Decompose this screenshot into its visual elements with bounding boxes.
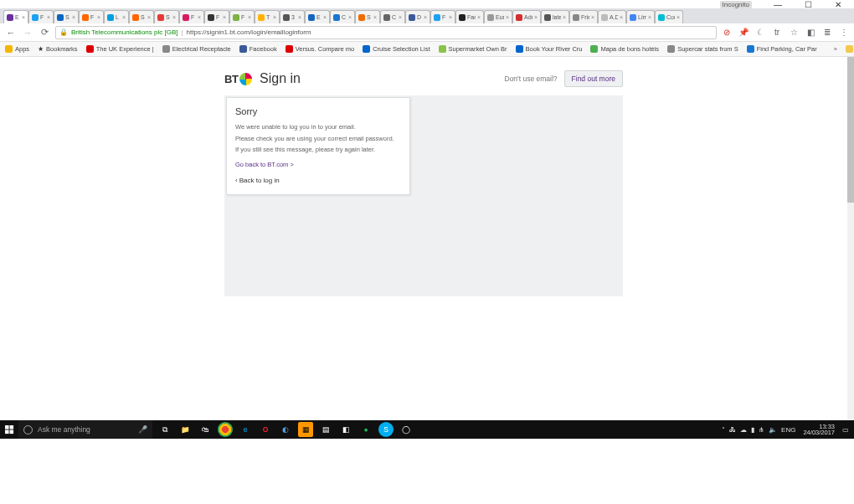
browser-tab[interactable]: F×: [28, 10, 54, 23]
tab-close-button[interactable]: ×: [477, 14, 481, 20]
go-back-link[interactable]: Go back to BT.com >: [235, 161, 294, 168]
browser-tab[interactable]: 3×: [280, 10, 305, 23]
tab-close-button[interactable]: ×: [47, 14, 50, 20]
browser-tab[interactable]: F×: [179, 10, 204, 23]
opera-button[interactable]: O: [258, 422, 273, 437]
nav-back-button[interactable]: ←: [5, 28, 17, 38]
browser-tab[interactable]: F×: [204, 10, 229, 23]
tab-close-button[interactable]: ×: [399, 14, 402, 20]
bookmark-item[interactable]: Facebook: [239, 45, 277, 53]
scrollbar-thumb[interactable]: [847, 57, 854, 203]
browser-tab[interactable]: Fant×: [455, 10, 484, 23]
store-button[interactable]: 🛍: [198, 422, 213, 437]
browser-tab[interactable]: Adm×: [512, 10, 541, 23]
browser-tab[interactable]: Con×: [655, 10, 683, 23]
app1-button[interactable]: ▦: [298, 422, 313, 437]
browser-tab[interactable]: A.D×: [598, 10, 626, 23]
app4-button[interactable]: ◯: [399, 422, 414, 437]
browser-tab[interactable]: E×: [3, 10, 28, 23]
bookmark-item[interactable]: Mapa de bons hotéis: [590, 45, 659, 53]
action-center-button[interactable]: ▭: [842, 426, 849, 434]
browser-tab[interactable]: D×: [405, 10, 430, 23]
chrome-button[interactable]: [218, 422, 233, 437]
bookmark-item[interactable]: Find Parking, Car Par: [747, 45, 817, 53]
back-to-login-link[interactable]: ‹ Back to log in: [235, 177, 401, 184]
browser-tab[interactable]: F×: [430, 10, 455, 23]
window-minimize-button[interactable]: —: [769, 0, 787, 8]
skype-button[interactable]: S: [378, 422, 394, 437]
file-explorer-button[interactable]: 📁: [177, 422, 193, 437]
pin-icon[interactable]: 📌: [738, 28, 749, 38]
language-indicator[interactable]: ENG: [781, 426, 795, 434]
start-button[interactable]: [0, 425, 18, 435]
browser-tab[interactable]: C×: [380, 10, 405, 23]
browser-tab[interactable]: Lim×: [626, 10, 655, 23]
blocked-icon[interactable]: ⊘: [722, 28, 732, 38]
app3-button[interactable]: ◧: [338, 422, 353, 437]
apps-button[interactable]: Apps: [5, 45, 29, 53]
cortana-search-box[interactable]: Ask me anything 🎤: [18, 420, 152, 439]
browser-tab[interactable]: F×: [229, 10, 255, 23]
tab-close-button[interactable]: ×: [22, 14, 25, 20]
tab-close-button[interactable]: ×: [534, 14, 538, 20]
tab-close-button[interactable]: ×: [122, 14, 126, 20]
bookmark-item[interactable]: Supermarket Own Br: [439, 45, 507, 53]
taskbar-clock[interactable]: 13:33 24/03/2017: [800, 424, 838, 436]
browser-tab[interactable]: Euro×: [484, 10, 512, 23]
browser-tab[interactable]: S×: [154, 10, 179, 23]
window-close-button[interactable]: ✕: [829, 0, 847, 8]
browser-tab[interactable]: S×: [355, 10, 380, 23]
onedrive-icon[interactable]: ☁: [740, 426, 747, 434]
browser-tab[interactable]: Frie×: [569, 10, 598, 23]
browser-tab[interactable]: S×: [129, 10, 154, 23]
tab-close-button[interactable]: ×: [323, 14, 327, 20]
tab-close-button[interactable]: ×: [648, 14, 651, 20]
extension2-icon[interactable]: ≣: [822, 28, 832, 38]
bookmark-item[interactable]: Cruise Selection List: [363, 45, 430, 53]
tab-close-button[interactable]: ×: [677, 14, 680, 20]
tab-close-button[interactable]: ×: [449, 14, 452, 20]
bookmark-item[interactable]: Electrical Receptacle: [162, 45, 231, 53]
tab-close-button[interactable]: ×: [506, 14, 509, 20]
bookmark-item[interactable]: Supercar stats from S: [667, 45, 738, 53]
app-teams-button[interactable]: ◐: [278, 422, 293, 437]
tab-close-button[interactable]: ×: [563, 14, 566, 20]
browser-tab[interactable]: S×: [54, 10, 79, 23]
tab-close-button[interactable]: ×: [97, 14, 100, 20]
browser-tab[interactable]: L×: [104, 10, 129, 23]
battery-icon[interactable]: ▮: [751, 426, 754, 434]
task-view-button[interactable]: ⧉: [157, 422, 172, 437]
tab-close-button[interactable]: ×: [348, 14, 352, 20]
find-out-more-button[interactable]: Find out more: [564, 70, 623, 87]
tab-close-button[interactable]: ×: [424, 14, 427, 20]
menu-icon[interactable]: ⋮: [839, 28, 849, 38]
tab-close-button[interactable]: ×: [198, 14, 201, 20]
bookmark-item[interactable]: Book Your River Cru: [516, 45, 583, 53]
tab-close-button[interactable]: ×: [223, 14, 226, 20]
bookmarks-overflow-button[interactable]: »: [834, 45, 837, 53]
wifi-icon[interactable]: ⋔: [759, 426, 764, 434]
translate-icon[interactable]: tr: [772, 28, 782, 38]
spotify-button[interactable]: ●: [358, 422, 373, 437]
bookmark-item[interactable]: The UK Experience |: [86, 45, 154, 53]
app2-button[interactable]: ▤: [318, 422, 333, 437]
microphone-icon[interactable]: 🎤: [138, 425, 147, 434]
tab-close-button[interactable]: ×: [147, 14, 151, 20]
browser-tab[interactable]: E×: [305, 10, 330, 23]
extension1-icon[interactable]: ◧: [805, 28, 815, 38]
nav-forward-button[interactable]: →: [22, 28, 33, 38]
browser-tab[interactable]: F×: [79, 10, 104, 23]
vertical-scrollbar[interactable]: [847, 57, 854, 420]
star-icon[interactable]: ☆: [789, 28, 799, 38]
browser-tab[interactable]: C×: [330, 10, 355, 23]
browser-tab[interactable]: late×: [541, 10, 569, 23]
bookmark-item[interactable]: Versus. Compare mo: [286, 45, 354, 53]
tab-close-button[interactable]: ×: [373, 14, 377, 20]
tray-overflow-button[interactable]: ˄: [722, 426, 725, 434]
network-icon[interactable]: 🖧: [729, 426, 736, 434]
edge-button[interactable]: e: [238, 422, 253, 437]
bookmark-item[interactable]: ★Bookmarks: [38, 45, 78, 53]
tab-close-button[interactable]: ×: [248, 14, 251, 20]
browser-tab[interactable]: T×: [255, 10, 280, 23]
tab-close-button[interactable]: ×: [72, 14, 75, 20]
